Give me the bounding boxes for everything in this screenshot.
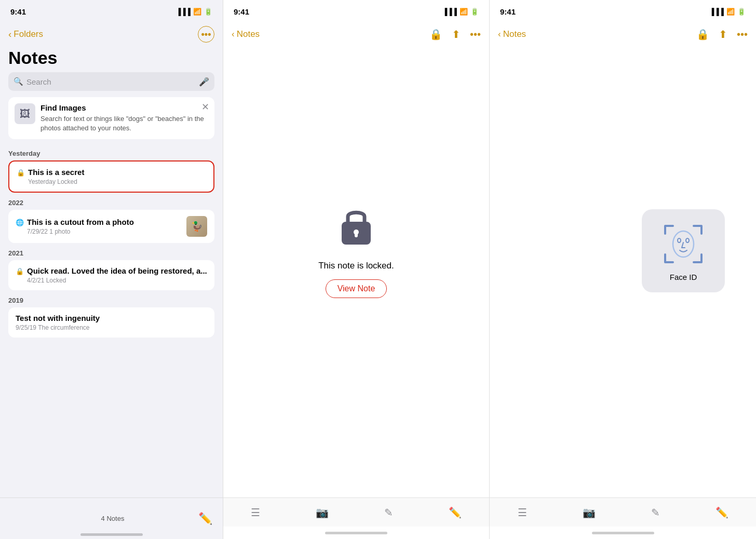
note-item-left-cutout: 🌐 This is a cutout from a photo 7/29/22 … [16, 218, 186, 235]
svg-rect-2 [355, 232, 358, 237]
battery-icon-locked: 🔋 [470, 8, 479, 16]
folders-back-button[interactable]: ‹ Folders [8, 29, 43, 40]
status-bar-faceid: 9:41 ▐▐▐ 📶 🔋 [490, 0, 756, 23]
more-dots-icon: ••• [201, 29, 211, 40]
nav-bar-locked: ‹ Notes 🔒 ⬆ ••• [223, 23, 489, 46]
faceid-graphic [660, 221, 707, 267]
lock-header-icon-locked[interactable]: 🔒 [429, 28, 442, 41]
home-indicator-locked [223, 527, 489, 539]
checklist-icon-locked[interactable]: ☰ [251, 506, 260, 519]
find-images-close-button[interactable]: ✕ [201, 101, 209, 113]
search-icon: 🔍 [14, 77, 23, 86]
mic-icon[interactable]: 🎤 [199, 77, 209, 87]
wifi-icon: 📶 [193, 8, 201, 16]
compose-icon-faceid[interactable]: ✏️ [716, 506, 728, 519]
note-item-ingenuity[interactable]: Test not with ingenuity 9/25/19 The circ… [8, 307, 214, 338]
section-header-2021: 2021 [0, 247, 223, 260]
note-item-secret[interactable]: 🔒 This is a secret Yesterday Locked [8, 160, 214, 193]
chevron-left-icon: ‹ [8, 29, 11, 40]
locked-content: This note is locked. View Note [223, 46, 489, 497]
signal-icon-locked: ▐▐▐ [442, 8, 457, 16]
status-icons-list: ▐▐▐ 📶 🔋 [176, 8, 212, 16]
notes-list-panel: 9:41 ▐▐▐ 📶 🔋 ‹ Folders ••• Notes 🔍 Searc… [0, 0, 223, 539]
note-item-quickread[interactable]: 🔒 Quick read. Loved the idea of being re… [8, 260, 214, 290]
compose-button[interactable]: ✏️ [198, 512, 212, 525]
status-icons-faceid: ▐▐▐ 📶 🔋 [709, 8, 746, 16]
list-footer: 4 Notes ✏️ [0, 497, 223, 539]
note-content-secret: This is a secret Yesterday Locked [28, 168, 84, 185]
note-content-quickread: Quick read. Loved the idea of being rest… [27, 266, 207, 284]
faceid-card[interactable]: Face ID [642, 209, 725, 292]
note-item-left-ingenuity: Test not with ingenuity 9/25/19 The circ… [16, 314, 207, 331]
faceid-panel: 9:41 ▐▐▐ 📶 🔋 ‹ Notes 🔒 ⬆ ••• [490, 0, 756, 539]
lock-icon-secret: 🔒 [17, 169, 25, 177]
signal-icon-faceid: ▐▐▐ [709, 8, 724, 16]
note-meta-quickread: 4/2/21 Locked [27, 277, 207, 284]
home-indicator-list [80, 533, 143, 536]
list-title: Notes [0, 46, 223, 72]
folders-back-label: Folders [14, 29, 43, 39]
checklist-icon-faceid[interactable]: ☰ [518, 506, 527, 519]
note-title-quickread: Quick read. Loved the idea of being rest… [27, 266, 207, 275]
status-time-faceid: 9:41 [500, 7, 516, 16]
notes-back-label-locked: Notes [237, 29, 260, 39]
status-bar-list: 9:41 ▐▐▐ 📶 🔋 [0, 0, 223, 23]
note-meta-ingenuity: 9/25/19 The circumference [16, 324, 100, 331]
compose-icon-locked[interactable]: ✏️ [449, 506, 462, 519]
globe-icon-cutout: 🌐 [16, 219, 24, 226]
chevron-left-icon-faceid: ‹ [498, 29, 501, 39]
status-time-list: 9:41 [10, 7, 26, 16]
locked-header-icons: 🔒 ⬆ ••• [429, 28, 481, 41]
nav-bar-list: ‹ Folders ••• [0, 23, 223, 46]
note-title-cutout: This is a cutout from a photo [27, 218, 134, 226]
wifi-icon-faceid: 📶 [726, 8, 735, 16]
find-images-icon: 🖼 [15, 103, 35, 124]
camera-icon-locked[interactable]: 📷 [316, 506, 329, 519]
note-item-left-secret: 🔒 This is a secret Yesterday Locked [17, 168, 206, 185]
notes-back-button-locked[interactable]: ‹ Notes [232, 29, 260, 39]
find-images-description: Search for text or things like "dogs" or… [40, 114, 208, 133]
status-time-locked: 9:41 [234, 7, 249, 16]
note-thumbnail-cutout: 🦆 [186, 216, 207, 237]
note-item-cutout[interactable]: 🌐 This is a cutout from a photo 7/29/22 … [8, 210, 214, 243]
lock-header-icon-faceid[interactable]: 🔒 [696, 28, 709, 41]
search-bar[interactable]: 🔍 Search 🎤 [8, 72, 214, 91]
toolbar-locked: ☰ 📷 ✎ ✏️ [223, 497, 489, 527]
notes-back-label-faceid: Notes [503, 29, 526, 39]
list-more-button[interactable]: ••• [198, 26, 214, 43]
share-header-icon-locked[interactable]: ⬆ [452, 28, 461, 41]
signal-icon: ▐▐▐ [176, 8, 191, 16]
find-images-text: Find Images Search for text or things li… [40, 103, 208, 133]
locked-note-text: This note is locked. [318, 261, 394, 271]
chevron-left-icon-locked: ‹ [232, 29, 235, 39]
pencil-icon-locked[interactable]: ✎ [384, 506, 393, 519]
faceid-content: Face ID [490, 46, 756, 497]
more-header-icon-faceid[interactable]: ••• [737, 29, 748, 41]
search-input[interactable]: Search [26, 77, 196, 86]
notes-back-button-faceid[interactable]: ‹ Notes [498, 29, 526, 39]
share-header-icon-faceid[interactable]: ⬆ [719, 28, 727, 41]
nav-bar-faceid: ‹ Notes 🔒 ⬆ ••• [490, 23, 756, 46]
section-header-2022: 2022 [0, 197, 223, 210]
view-note-button[interactable]: View Note [326, 279, 387, 298]
pencil-icon-faceid[interactable]: ✎ [651, 506, 660, 519]
locked-note-panel: 9:41 ▐▐▐ 📶 🔋 ‹ Notes 🔒 ⬆ ••• This n [223, 0, 490, 539]
faceid-label: Face ID [670, 273, 697, 281]
more-header-icon-locked[interactable]: ••• [470, 29, 481, 41]
notes-count: 4 Notes [27, 515, 198, 522]
faceid-header-icons: 🔒 ⬆ ••• [696, 28, 748, 41]
wifi-icon-locked: 📶 [460, 8, 468, 16]
svg-point-4 [678, 238, 681, 242]
camera-icon-faceid[interactable]: 📷 [583, 506, 596, 519]
note-content-cutout: This is a cutout from a photo 7/29/22 1 … [27, 218, 134, 235]
find-images-card: 🖼 Find Images Search for text or things … [8, 97, 214, 139]
note-content-ingenuity: Test not with ingenuity 9/25/19 The circ… [16, 314, 100, 331]
toolbar-faceid: ☰ 📷 ✎ ✏️ [490, 497, 756, 527]
note-item-left-quickread: 🔒 Quick read. Loved the idea of being re… [16, 266, 207, 284]
status-icons-locked: ▐▐▐ 📶 🔋 [442, 8, 479, 16]
home-indicator-faceid [490, 527, 756, 539]
big-lock-icon [338, 204, 375, 252]
battery-icon: 🔋 [204, 8, 212, 16]
note-meta-cutout: 7/29/22 1 photo [27, 228, 134, 235]
status-bar-locked: 9:41 ▐▐▐ 📶 🔋 [223, 0, 489, 23]
